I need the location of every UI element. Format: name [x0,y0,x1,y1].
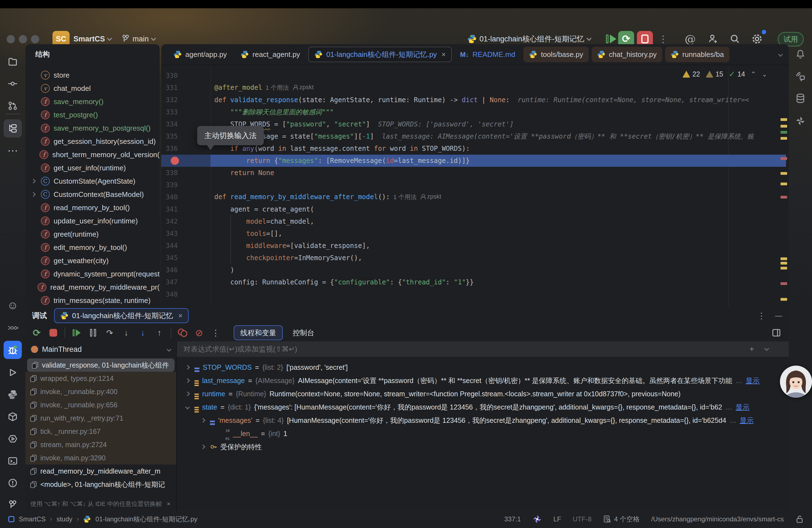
editor-tab[interactable]: M↓README.md [454,47,521,62]
close-icon[interactable]: × [441,50,446,59]
assistant-avatar[interactable] [780,366,812,398]
stack-frame[interactable]: run_with_retry, _retry.py:71 [25,411,176,425]
show-more-link[interactable]: 显示 [736,402,750,412]
indent-setting[interactable]: 4 个空格 [603,515,640,524]
line-number[interactable]: 343 [161,228,211,240]
toolbar-kebab-icon[interactable]: ⋮ [211,327,221,338]
show-more-link[interactable]: 显示 [740,416,753,425]
close-hint-icon[interactable]: × [167,500,170,508]
code-line[interactable]: 343 tools=[], [161,228,786,240]
resume-icon[interactable] [71,327,82,338]
notifications-bell-icon[interactable] [795,48,806,60]
breakpoint-icon[interactable] [171,157,179,165]
structure-item[interactable]: fread_memory_by_tool() [25,201,160,214]
inspections-widget[interactable]: 22 15 ✓14 ⌃ ⌄ [682,70,767,79]
variable-row[interactable]: 1001__len__ = {int} 1 [177,427,789,440]
editor-tab[interactable]: agent/app.py [168,47,232,62]
code-area[interactable]: 330331@after_model 1 个用法zpskt332def vali… [161,66,786,307]
chevron-right-icon[interactable] [185,378,190,383]
watch-input[interactable]: 对表达式求值(↵)或添加监视(⇧⌘↵) + [177,341,789,357]
variable-row[interactable]: state = {dict: 1} {'messages': [HumanMes… [177,400,789,414]
rerun-icon[interactable]: ⟳ [31,327,42,338]
line-number[interactable]: 348 [161,288,211,300]
zoom-window-button[interactable] [31,35,39,43]
commit-tool-icon[interactable] [4,75,22,93]
structure-item[interactable]: fupdate_user_info(runtime) [25,214,160,228]
editor-tab[interactable]: chat_history.py [592,47,662,62]
line-number[interactable]: 346 [161,264,211,276]
expand-tools-icon[interactable]: >>> [4,319,22,337]
code-line[interactable]: return {"messages": [RemoveMessage(id=la… [161,155,786,167]
line-ending[interactable]: LF [553,515,561,523]
line-number[interactable]: 332 [161,94,211,106]
chevron-right-icon[interactable] [185,365,190,370]
line-number[interactable]: 331 [161,82,211,94]
next-problem-icon[interactable]: ⌄ [762,70,767,78]
code-line[interactable]: 347 config: RunnableConfig = {"configura… [161,276,786,288]
editor-tab[interactable]: tools/base.py [523,47,589,62]
ai-chat-icon[interactable] [795,71,806,82]
line-number[interactable]: 339 [161,179,211,191]
file-encoding[interactable]: UTF-8 [573,515,592,523]
line-number[interactable]: 333 [161,106,211,118]
line-number[interactable]: 345 [161,252,211,264]
caret-position[interactable]: 337:1 [504,515,521,523]
debug-options-kebab-icon[interactable]: ⋮ [757,311,766,321]
add-watch-icon[interactable]: + [750,344,754,353]
structure-item[interactable]: CCustomState(AgentState) [25,175,160,188]
line-number[interactable]: 330 [161,70,211,82]
pause-icon[interactable] [88,327,98,338]
breadcrumb-file[interactable]: 01-langchain核心组件-短期记忆.py [95,515,197,524]
problems-tool-icon[interactable] [4,474,22,492]
code-line[interactable]: 342 model=chat_model, [161,216,786,228]
structure-item[interactable]: vstore [25,69,160,82]
variable-row[interactable]: runtime = {Runtime} Runtime(context=None… [177,387,789,400]
step-over-icon[interactable]: ↷ [104,327,115,338]
chevron-right-icon[interactable] [185,392,190,396]
structure-item[interactable]: fdynamic_system_prompt(request [25,267,160,281]
chevron-right-icon[interactable] [201,444,205,449]
structure-item[interactable]: ftest_postgre() [25,108,160,121]
code-line[interactable]: 339 [161,179,786,191]
stack-frame[interactable]: <module>, 01-langchain核心组件-短期记 [25,478,176,491]
run-tool-icon[interactable] [4,363,22,382]
project-tool-icon[interactable] [4,53,22,71]
traffic-lights[interactable] [6,35,39,43]
variable-row[interactable]: STOP_WORDS = {list: 2} ['password', 'sec… [177,361,789,374]
line-number[interactable]: 347 [161,276,211,288]
code-line[interactable]: 346 ) [161,264,786,276]
ai-pinwheel-icon[interactable] [795,115,806,127]
close-window-button[interactable] [6,35,15,43]
stack-frame[interactable]: invoke, main.py:3290 [25,451,176,465]
line-number[interactable]: 344 [161,240,211,252]
close-icon[interactable]: × [178,311,183,320]
debug-tool-icon[interactable] [4,341,22,359]
stack-frame[interactable]: read_memory_by_middleware_after_m [25,465,176,478]
python-packages-icon[interactable] [4,408,22,426]
structure-item[interactable]: fget_user_info(runtime) [25,161,160,175]
error-stripe[interactable] [779,70,788,307]
stack-frame[interactable]: stream, main.py:2724 [25,438,176,451]
more-tools-icon[interactable]: ⋯ [4,142,22,160]
chevron-right-icon[interactable] [31,179,36,184]
structure-tool-icon[interactable] [4,119,22,137]
line-number[interactable]: 338 [161,167,211,179]
services-tool-icon[interactable] [4,430,22,448]
prev-problem-icon[interactable]: ⌃ [751,70,756,78]
chevron-down-icon[interactable] [185,405,190,410]
code-line[interactable]: 338 return None [161,167,786,179]
step-out-icon[interactable]: ↑ [154,327,164,338]
structure-item[interactable]: CCustomContext(BaseModel) [25,188,160,201]
debug-view-tab[interactable]: 线程和变量 [234,325,283,340]
structure-item[interactable]: ftrim_messages(state, runtime) [25,294,160,307]
stack-frame[interactable]: invoke, _runnable.py:400 [25,385,176,398]
thread-selector[interactable]: MainThread [25,341,176,357]
breadcrumb-folder[interactable]: study [57,515,72,523]
editor-tab[interactable]: runnables/ba [665,47,729,62]
structure-item[interactable]: fsave_memory() [25,95,160,108]
chevron-right-icon[interactable] [201,418,205,423]
tab-list-chevron-icon[interactable] [778,52,783,57]
editor-tab[interactable]: react_agent.py [235,47,305,62]
chevron-right-icon[interactable] [31,192,36,197]
structure-item[interactable]: fsave_memory_to_postgresql() [25,121,160,135]
